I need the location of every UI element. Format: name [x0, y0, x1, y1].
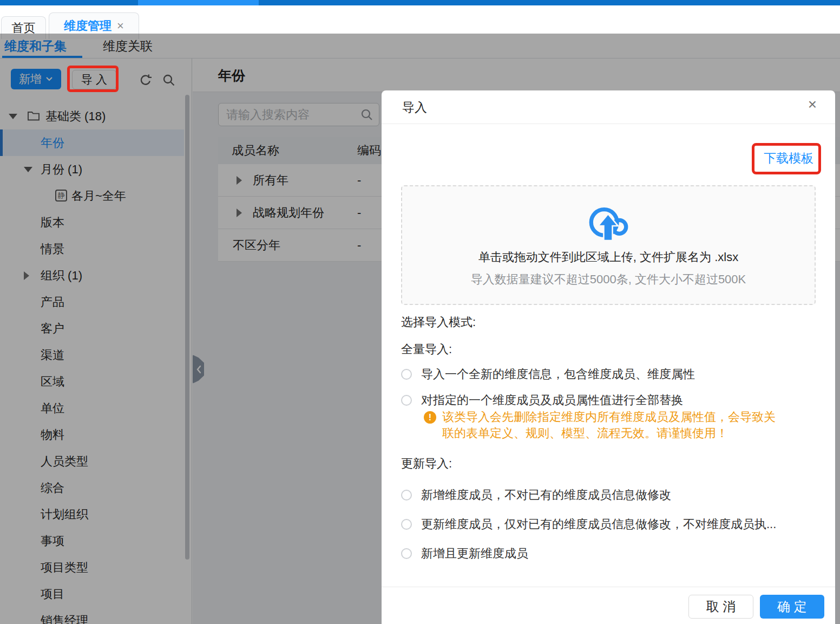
- radio-icon[interactable]: [401, 548, 412, 559]
- tab-dimension-label: 维度管理: [64, 18, 111, 34]
- top-progress-bar: [0, 0, 840, 5]
- top-progress-segment: [138, 0, 259, 5]
- radio-update-add-members[interactable]: 新增维度成员，不对已有的维度成员信息做修改: [401, 487, 671, 503]
- radio-label: 对指定的一个维度成员及成员属性值进行全部替换: [421, 392, 683, 408]
- file-upload-dropzone[interactable]: 单击或拖动文件到此区域上传, 文件扩展名为 .xlsx 导入数据量建议不超过50…: [401, 185, 816, 305]
- radio-icon[interactable]: [401, 395, 412, 406]
- radio-update-add-and-modify[interactable]: 新增且更新维度成员: [401, 545, 528, 562]
- radio-label: 更新维度成员，仅对已有的维度成员信息做修改，不对维度成员执...: [421, 516, 776, 532]
- tab-close-icon[interactable]: ×: [117, 20, 124, 32]
- download-template-link[interactable]: 下载模板: [764, 150, 813, 167]
- upload-limit-text: 导入数据量建议不超过5000条, 文件大小不超过500K: [471, 271, 746, 288]
- confirm-button[interactable]: 确 定: [760, 595, 824, 619]
- replace-warning: ! 该类导入会先删除指定维度内所有维度成员及属性值，会导致关 联的表单定义、规则…: [424, 409, 776, 441]
- radio-label: 新增维度成员，不对已有的维度成员信息做修改: [421, 487, 671, 503]
- import-dialog: 导入 × 下载模板 单击或拖动文件到此区域上传, 文件扩展名为 .xlsx 导入…: [382, 90, 835, 624]
- cloud-upload-icon: [587, 202, 629, 244]
- update-import-label: 更新导入:: [401, 456, 452, 472]
- warning-text: 该类导入会先删除指定维度内所有维度成员及属性值，会导致关 联的表单定义、规则、模…: [442, 409, 776, 441]
- dialog-header: 导入 ×: [382, 90, 835, 124]
- radio-icon[interactable]: [401, 519, 412, 530]
- cancel-button[interactable]: 取 消: [688, 595, 753, 619]
- close-icon[interactable]: ×: [808, 97, 817, 112]
- radio-full-replace-members[interactable]: 对指定的一个维度成员及成员属性值进行全部替换: [401, 392, 683, 408]
- radio-update-modify-members[interactable]: 更新维度成员，仅对已有的维度成员信息做修改，不对维度成员执...: [401, 516, 776, 532]
- select-mode-label: 选择导入模式:: [401, 314, 476, 330]
- app-tab-bar: 首页 维度管理 ×: [0, 5, 840, 34]
- radio-label: 导入一个全新的维度信息，包含维度成员、维度属性: [421, 366, 695, 382]
- radio-full-new-dimension[interactable]: 导入一个全新的维度信息，包含维度成员、维度属性: [401, 366, 695, 382]
- warning-icon: !: [424, 411, 436, 424]
- dialog-footer: 取 消 确 定: [382, 587, 835, 624]
- dialog-title: 导入: [402, 99, 427, 116]
- radio-label: 新增且更新维度成员: [421, 545, 528, 562]
- upload-hint-text: 单击或拖动文件到此区域上传, 文件扩展名为 .xlsx: [478, 249, 738, 265]
- full-import-label: 全量导入:: [401, 341, 452, 358]
- radio-icon[interactable]: [401, 490, 412, 500]
- warning-line-2: 联的表单定义、规则、模型、流程无效。请谨慎使用！: [442, 425, 776, 441]
- warning-line-1: 该类导入会先删除指定维度内所有维度成员及属性值，会导致关: [442, 409, 776, 425]
- radio-icon[interactable]: [401, 369, 412, 380]
